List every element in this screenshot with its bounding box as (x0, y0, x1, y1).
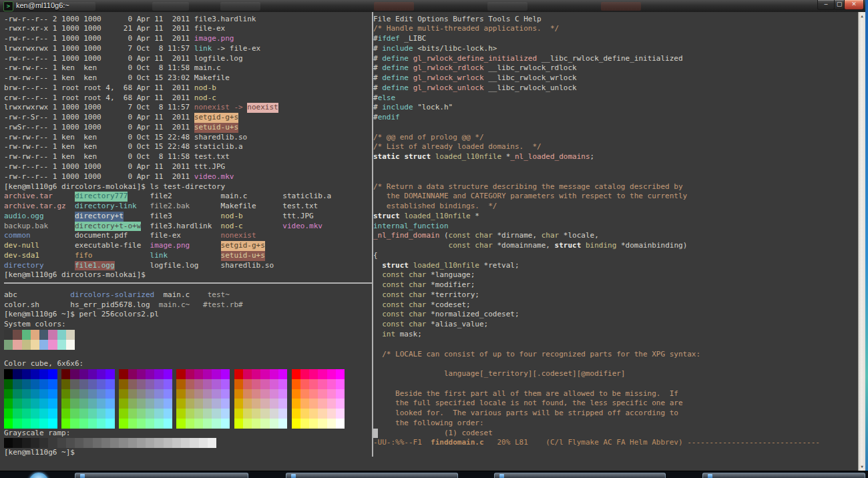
color-swatch (154, 389, 163, 399)
color-swatch (252, 369, 260, 379)
window-titlebar[interactable]: > ken@ml110g6:~ – ▢ ✕ (0, 0, 865, 13)
color-swatch (318, 419, 327, 429)
taskbar[interactable] (0, 471, 868, 478)
terminal-line: color.sh hs_err_pid5678.log main.c~ #tes… (4, 300, 345, 310)
screen: { "window": { "title": "ken@ml110g6:~", … (0, 0, 868, 478)
color-swatch (61, 369, 70, 379)
taskbar-button[interactable] (286, 473, 458, 478)
terminal-line: /* Handle multi-threaded applications. *… (373, 24, 820, 34)
color-swatch (154, 419, 163, 429)
color-swatch (105, 419, 114, 429)
color-swatch (137, 389, 146, 399)
terminal-line: /* @@ end of prolog @@ */ (373, 133, 820, 143)
color-swatch (309, 419, 318, 429)
color-swatch (176, 419, 185, 429)
color-swatch (31, 389, 39, 399)
terminal-line (373, 172, 820, 182)
terminal-line: const char *domainname, struct binding *… (373, 241, 820, 251)
close-button[interactable]: ✕ (844, 0, 864, 10)
color-swatch (70, 379, 79, 389)
color-swatch (164, 419, 172, 429)
color-swatch (176, 379, 185, 389)
color-swatch (22, 379, 31, 389)
color-swatch (336, 409, 345, 419)
color-swatch (336, 369, 345, 379)
taskbar-button[interactable] (702, 473, 865, 478)
terminal-line: # define gl_rwlock_unlock __libc_rwlock_… (373, 83, 820, 93)
color-swatch (137, 379, 146, 389)
color-swatch (128, 419, 137, 429)
terminal-line (4, 399, 345, 409)
color-swatch (309, 369, 318, 379)
terminal-line: -UU-:%%--F1 finddomain.c 20% L81 (C/l Fl… (373, 438, 820, 448)
start-button[interactable] (29, 473, 49, 478)
color-swatch (70, 419, 79, 429)
color-swatch (146, 379, 154, 389)
terminal-line (373, 123, 820, 133)
taskbar-app-icon[interactable] (291, 474, 296, 478)
color-swatch (128, 399, 137, 409)
color-swatch (79, 379, 88, 389)
color-swatch (252, 389, 260, 399)
terminal-line: internal_function (373, 222, 820, 232)
scroll-down-icon[interactable]: ▼ (859, 463, 865, 470)
taskbar-button[interactable] (494, 473, 666, 478)
color-swatch (88, 419, 97, 429)
terminal-line: [ken@ml110g6 dircolors-molokai]$ ls test… (4, 182, 345, 192)
color-swatch (105, 399, 114, 409)
color-swatch (252, 399, 260, 409)
color-swatch (146, 389, 154, 399)
scrollbar[interactable]: ▲ ▼ (858, 12, 865, 471)
color-swatch (164, 409, 172, 419)
color-swatch (22, 419, 31, 429)
color-swatch (154, 399, 163, 409)
color-swatch (243, 389, 252, 399)
color-swatch (260, 409, 269, 419)
color-swatch (4, 399, 13, 409)
terminal-line: -rw-rw-r-- 1 ken ken 0 Oct 8 11:58 main.… (4, 63, 345, 73)
color-swatch (4, 379, 13, 389)
color-swatch (57, 340, 66, 350)
terminal-line: -rwSr--r-- 1 1000 1000 0 Apr 11 2011 set… (4, 123, 345, 133)
color-swatch (270, 389, 278, 399)
color-swatch (128, 409, 137, 419)
terminal-line: brw-r--r-- 1 root root 4, 68 Apr 11 2011… (4, 83, 345, 93)
terminal-line: Grayscale ramp: (4, 429, 345, 439)
color-swatch (57, 330, 66, 340)
color-swatch (61, 389, 70, 399)
minimize-button[interactable]: – (817, 0, 835, 10)
color-swatch (88, 399, 97, 409)
terminal-line: crw-r--r-- 1 root root 4, 68 Apr 11 2011… (4, 93, 345, 103)
color-swatch (186, 399, 194, 409)
taskbar-app-icon[interactable] (80, 474, 85, 478)
terminal-line: int mask; (373, 330, 820, 340)
scroll-up-icon[interactable]: ▲ (859, 13, 865, 19)
pane-divider-vertical[interactable] (372, 12, 373, 457)
color-swatch (270, 409, 278, 419)
terminal-line (4, 369, 345, 379)
taskbar-app-icon[interactable] (499, 474, 504, 478)
color-swatch (61, 399, 70, 409)
terminal-line: static struct loaded_l10nfile *_nl_loade… (373, 152, 820, 162)
color-swatch (164, 399, 172, 409)
taskbar-button[interactable] (75, 473, 248, 478)
color-swatch (327, 379, 336, 389)
taskbar-app-icon[interactable] (708, 474, 712, 478)
titlebar-glass-reflection (601, 2, 641, 11)
color-swatch (221, 409, 230, 419)
maximize-button[interactable]: ▢ (834, 0, 845, 10)
color-swatch (300, 389, 309, 399)
color-swatch (252, 419, 260, 429)
color-swatch (39, 409, 48, 419)
terminal-line: #ifdef _LIBC (373, 34, 820, 44)
terminal-line: the following order: (373, 419, 820, 429)
terminal-line: const char *language; (373, 270, 820, 280)
color-swatch (318, 409, 327, 419)
color-swatch (88, 409, 97, 419)
terminal-line: # define gl_rwlock_define_initialized __… (373, 54, 820, 64)
color-swatch (221, 419, 230, 429)
terminal-line (373, 340, 820, 350)
color-swatch (31, 419, 39, 429)
titlebar-glass-reflection (220, 2, 260, 11)
color-swatch (154, 369, 163, 379)
